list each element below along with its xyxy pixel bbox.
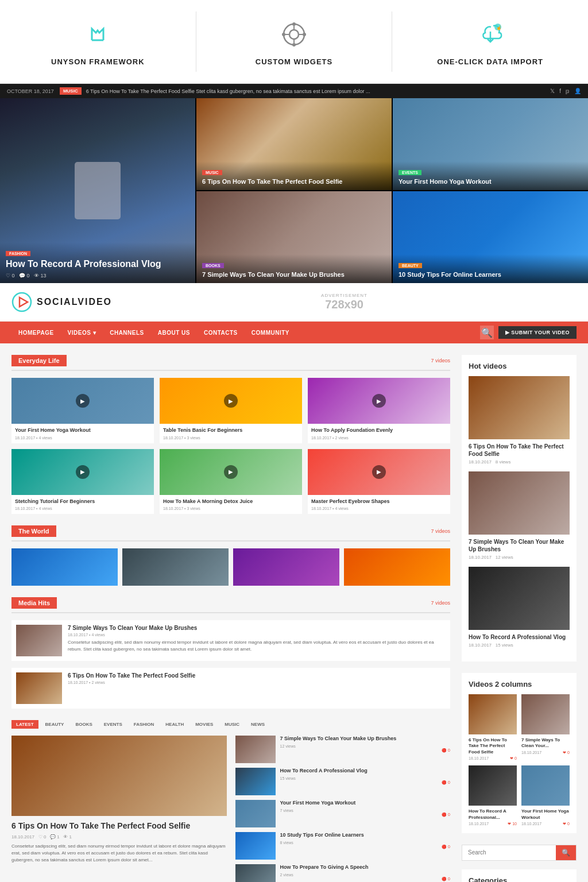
hot-video-vlog[interactable]: How To Record A Professional Vlog 18.10.… [469, 567, 570, 648]
hero-cell-food[interactable]: MUSIC 6 Tips On How To Take The Perfect … [196, 98, 392, 190]
hero-badge-study: BEAUTY [399, 263, 422, 268]
hot-video-food[interactable]: 6 Tips On How To Take The Perfect Food S… [469, 376, 570, 465]
world-title: The World [11, 525, 56, 537]
vid2col-title-brushes: 7 Simple Ways To Clean Your... [521, 737, 570, 749]
hero-title-study: 10 Study Tips For Online Learners [399, 270, 582, 278]
vid2col-thumb-vlog [469, 765, 517, 806]
tab-events[interactable]: EVENTS [99, 720, 127, 729]
hero-cell-vlog[interactable]: FASHION How To Record A Professional Vlo… [0, 98, 195, 283]
tab-latest[interactable]: LATEST [11, 720, 38, 729]
video-title-table: Table Tenis Basic For Beginners [163, 427, 299, 434]
nav-homepage[interactable]: HOMEPAGE [11, 322, 61, 343]
world-video-2[interactable] [122, 548, 229, 586]
tab-beauty[interactable]: BEAUTY [41, 720, 69, 729]
tab-movies[interactable]: MOVIES [191, 720, 218, 729]
video-card-stretch[interactable]: ▶ Stetching Tutorial For Beginners 18.10… [11, 449, 154, 514]
everyday-title: Everyday Life [11, 355, 67, 366]
hero-title-yoga: Your First Homo Yoga Workout [399, 177, 582, 185]
hot-thumb-brushes [469, 471, 570, 535]
video-card-yoga[interactable]: ▶ Your First Home Yoga Workout 18.10.201… [11, 378, 154, 443]
video-info-detox: How To Make A Morning Detox Juice 18.10.… [160, 495, 302, 514]
hot-video-brushes[interactable]: 7 Simple Ways To Clean Your Make Up Brus… [469, 471, 570, 560]
video-card-eyebrow[interactable]: ▶ Master Perfect Eyebrow Shapes 18.10.20… [308, 449, 450, 514]
nav-about[interactable]: ABOUT US [151, 322, 197, 343]
play-icon-stretch: ▶ [76, 465, 90, 479]
vid2col-vlog[interactable]: How To Record A Professional... 18.10.20… [469, 765, 517, 826]
svg-point-2 [292, 22, 296, 26]
latest-list-speech[interactable]: How To Prepare To Giving A Speech 2 view… [235, 864, 451, 882]
latest-list-vlog[interactable]: How To Record A Professional Vlog 15 vie… [235, 768, 451, 795]
latest-main-thumb[interactable] [11, 736, 227, 816]
world-count: 7 videos [431, 528, 450, 534]
vid2col-meta-yoga: 18.10.2017 ❤ 0 [521, 822, 570, 826]
latest-list-yoga[interactable]: Your First Home Yoga Workout 7 views 🔴 0 [235, 800, 451, 827]
pinterest-icon[interactable]: 𝕡 [566, 88, 570, 94]
tab-fashion[interactable]: FASHION [129, 720, 159, 729]
vid2col-title-food: 6 Tips On How To Take The Perfect Food S… [469, 737, 517, 755]
hot-thumb-food [469, 376, 570, 439]
hero-cell-makeup[interactable]: BOOKS 7 Simple Ways To Clean Your Make U… [196, 191, 392, 283]
submit-video-button[interactable]: ▶ SUBMIT YOUR VIDEO [498, 326, 577, 339]
tab-health[interactable]: HEALTH [161, 720, 188, 729]
video-card-table[interactable]: ▶ Table Tenis Basic For Beginners 18.10.… [160, 378, 302, 443]
video-title-eyebrow: Master Perfect Eyebrow Shapes [311, 498, 447, 505]
site-logo[interactable]: SOCIALVIDEO [11, 292, 112, 312]
nav-contacts[interactable]: CONTACTS [197, 322, 245, 343]
vid2col-yoga[interactable]: Your First Home Yoga Workout 18.10.2017 … [521, 765, 570, 826]
video-meta-eyebrow: 18.10.2017 • 4 views [311, 506, 447, 510]
everyday-grid: ▶ Your First Home Yoga Workout 18.10.201… [11, 378, 450, 514]
nav-videos[interactable]: VIDEOS ▾ [61, 322, 103, 343]
hero-overlay-yoga: EVENTS Your First Homo Yoga Workout [393, 161, 588, 190]
nav-channels[interactable]: CHANNELS [103, 322, 151, 343]
tab-music[interactable]: MUSIC [220, 720, 244, 729]
hero-cell-yoga[interactable]: EVENTS Your First Homo Yoga Workout [393, 98, 588, 190]
list-thumb-study [235, 832, 276, 860]
svg-marker-12 [20, 297, 28, 307]
media-item-food[interactable]: 6 Tips On How To Take The Perfect Food S… [11, 668, 450, 709]
list-thumb-speech [235, 864, 276, 882]
world-video-1[interactable] [11, 548, 118, 586]
categories-title: Categories [469, 876, 570, 882]
import-icon: ☝ [473, 17, 508, 52]
latest-list-brushes[interactable]: 7 Simple Ways To Clean Your Make Up Brus… [235, 736, 451, 763]
svg-point-4 [282, 33, 285, 36]
video-meta-table: 18.10.2017 • 3 views [163, 436, 299, 440]
vid2col-brushes[interactable]: 7 Simple Ways To Clean Your... 18.10.201… [521, 694, 570, 761]
ad-placeholder: ADVERTISEMENT 728x90 [112, 293, 577, 311]
vid2col-thumb-brushes [521, 694, 570, 734]
world-video-4[interactable] [344, 548, 450, 586]
search-input[interactable] [462, 845, 556, 860]
video-thumb-stretch: ▶ [11, 449, 154, 495]
vid2col-title-yoga: Your First Home Yoga Workout [521, 808, 570, 821]
play-icon-eyebrow: ▶ [372, 465, 386, 479]
world-video-3[interactable] [233, 548, 339, 586]
media-text-food: 6 Tips On How To Take The Perfect Food S… [68, 672, 446, 704]
latest-list-study[interactable]: 10 Study Tips For Online Learners 8 view… [235, 832, 451, 860]
videos2col-title: Videos 2 columns [469, 680, 570, 688]
user-icon[interactable]: 👤 [574, 88, 581, 94]
hero-overlay-vlog: FASHION How To Record A Professional Vlo… [0, 242, 195, 283]
vid2col-food[interactable]: 6 Tips On How To Take The Perfect Food S… [469, 694, 517, 761]
media-thumb-food [16, 672, 62, 704]
nav-search-button[interactable]: 🔍 [480, 326, 494, 339]
hero-cell-study[interactable]: BEAUTY 10 Study Tips For Online Learners [393, 191, 588, 283]
tab-news[interactable]: NEWS [246, 720, 269, 729]
nav-community[interactable]: COMMUNITY [245, 322, 296, 343]
video-card-foundation[interactable]: ▶ How To Apply Foundation Evenly 18.10.2… [308, 378, 450, 443]
feature-unyson-title: UNYSON FRAMEWORK [51, 57, 145, 66]
features-bar: UNYSON FRAMEWORK CUSTOM WIDGETS [0, 0, 588, 84]
tab-books[interactable]: BOOKS [71, 720, 96, 729]
search-box: 🔍 [462, 845, 577, 861]
media-item-brushes[interactable]: 7 Simple Ways To Clean Your Make Up Brus… [11, 620, 450, 661]
media-thumb-brushes [16, 625, 62, 656]
twitter-icon[interactable]: 𝕏 [550, 88, 555, 94]
video-thumb-eyebrow: ▶ [308, 449, 450, 495]
list-text-brushes: 7 Simple Ways To Clean Your Make Up Brus… [280, 736, 451, 753]
vid2col-meta-vlog: 18.10.2017 ❤ 10 [469, 822, 517, 826]
search-button[interactable]: 🔍 [556, 845, 576, 860]
facebook-icon[interactable]: f [559, 88, 561, 94]
hot-title-vlog: How To Record A Professional Vlog [469, 633, 570, 641]
videos2col-section: Videos 2 columns 6 Tips On How To Take T… [462, 673, 577, 833]
ticker-date: OCTOBER 18, 2017 [7, 88, 54, 94]
video-card-detox[interactable]: ▶ How To Make A Morning Detox Juice 18.1… [160, 449, 302, 514]
